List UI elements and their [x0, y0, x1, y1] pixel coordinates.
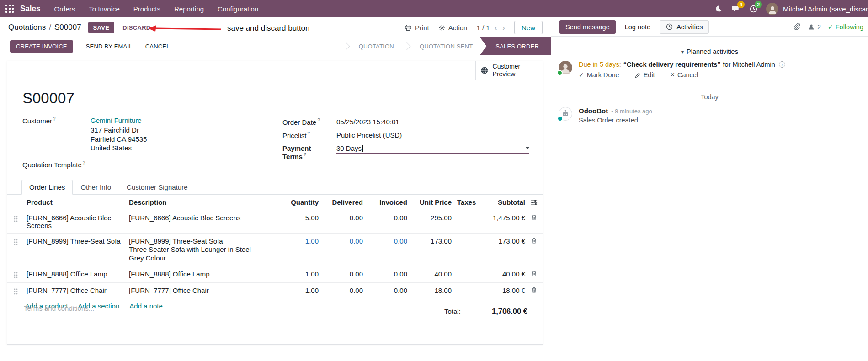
- cancel-button[interactable]: CANCEL: [145, 43, 170, 50]
- cell-delivered[interactable]: 0.00: [321, 266, 366, 283]
- cell-invoiced[interactable]: 0.00: [366, 266, 410, 283]
- info-icon[interactable]: i: [779, 61, 785, 68]
- cell-description[interactable]: [FURN_7777] Office Chair: [126, 283, 263, 299]
- cell-description[interactable]: [FURN_8888] Office Lamp: [126, 266, 263, 283]
- discard-button[interactable]: DISCARD: [122, 24, 150, 31]
- mark-done-button[interactable]: ✓Mark Done: [579, 71, 619, 79]
- drag-handle-icon[interactable]: [7, 283, 24, 299]
- stage-quotation[interactable]: QUOTATION: [351, 37, 401, 55]
- pager-previous-button[interactable]: ‹: [495, 23, 498, 32]
- cell-taxes[interactable]: [454, 283, 489, 299]
- message-author: OdooBot: [579, 107, 608, 115]
- cell-quantity[interactable]: 1.00: [263, 234, 321, 266]
- top-nav-bar: Sales Orders To Invoice Products Reporti…: [0, 0, 868, 17]
- cell-product[interactable]: [FURN_6666] Acoustic Bloc Screens: [24, 210, 126, 234]
- cell-delivered[interactable]: 0.00: [321, 283, 366, 299]
- new-button[interactable]: New: [514, 21, 543, 34]
- cell-subtotal: 1,475.00 €: [489, 210, 528, 234]
- cell-unit-price[interactable]: 295.00: [410, 210, 454, 234]
- activities-clock-icon[interactable]: 2: [749, 4, 758, 13]
- action-button[interactable]: Action: [438, 24, 468, 32]
- drag-handle-icon[interactable]: [7, 234, 24, 266]
- cell-description[interactable]: [FURN_8999] Three-Seat Sofa Three Seater…: [126, 234, 263, 266]
- cell-delivered[interactable]: 0.00: [321, 210, 366, 234]
- cell-taxes[interactable]: [454, 234, 489, 266]
- breadcrumb-quotations-link[interactable]: Quotations: [8, 23, 46, 32]
- dropdown-caret-icon[interactable]: [526, 147, 529, 149]
- menu-configuration[interactable]: Configuration: [218, 5, 258, 13]
- user-avatar[interactable]: [766, 3, 778, 15]
- stage-separator-chevron: [341, 37, 351, 55]
- cancel-activity-button[interactable]: ×Cancel: [671, 71, 698, 79]
- cell-invoiced[interactable]: 0.00: [366, 234, 410, 266]
- apps-grid-icon[interactable]: [5, 5, 14, 13]
- save-button[interactable]: SAVE: [88, 22, 115, 33]
- cell-subtotal: 18.00 €: [489, 283, 528, 299]
- globe-icon: [480, 66, 489, 75]
- pager-next-button[interactable]: ›: [502, 23, 505, 32]
- delete-line-button[interactable]: [528, 266, 543, 283]
- user-name[interactable]: Mitchell Admin (save_discar: [783, 5, 868, 13]
- app-name[interactable]: Sales: [20, 4, 40, 13]
- cell-description[interactable]: [FURN_6666] Acoustic Bloc Screens: [126, 210, 263, 234]
- tab-other-info[interactable]: Other Info: [73, 180, 119, 195]
- cell-product[interactable]: [FURN_8888] Office Lamp: [24, 266, 126, 283]
- cell-invoiced[interactable]: 0.00: [366, 283, 410, 299]
- cell-taxes[interactable]: [454, 210, 489, 234]
- sliders-icon: [531, 199, 538, 206]
- tab-order-lines[interactable]: Order Lines: [21, 180, 73, 195]
- cell-unit-price[interactable]: 173.00: [410, 234, 454, 266]
- statusbar: CREATE INVOICE SEND BY EMAIL CANCEL QUOT…: [0, 37, 551, 55]
- table-row: [FURN_6666] Acoustic Bloc Screens [FURN_…: [7, 210, 543, 234]
- dark-mode-moon-icon[interactable]: [714, 4, 723, 13]
- tab-customer-signature[interactable]: Customer Signature: [119, 180, 195, 195]
- cell-unit-price[interactable]: 18.00: [410, 283, 454, 299]
- cell-delivered[interactable]: 0.00: [321, 234, 366, 266]
- annotation-arrow: [148, 25, 224, 32]
- order-date-field[interactable]: 05/25/2023 15:40:01: [336, 118, 399, 126]
- menu-reporting[interactable]: Reporting: [174, 5, 204, 13]
- send-message-button[interactable]: Send message: [559, 20, 616, 34]
- drag-handle-icon[interactable]: [7, 210, 24, 234]
- delete-line-button[interactable]: [528, 234, 543, 266]
- planned-activities-toggle[interactable]: ▾Planned activities: [551, 48, 868, 55]
- cell-product[interactable]: [FURN_7777] Office Chair: [24, 283, 126, 299]
- menu-orders[interactable]: Orders: [54, 5, 75, 13]
- activity-type-badge: [557, 70, 563, 76]
- edit-activity-button[interactable]: Edit: [635, 71, 655, 79]
- cell-unit-price[interactable]: 40.00: [410, 266, 454, 283]
- paperclip-icon[interactable]: [793, 23, 801, 31]
- payment-terms-field[interactable]: 30 Days: [336, 144, 529, 154]
- cell-quantity[interactable]: 1.00: [263, 283, 321, 299]
- drag-handle-icon[interactable]: [7, 266, 24, 283]
- delete-line-button[interactable]: [528, 210, 543, 234]
- stage-quotation-sent[interactable]: QUOTATION SENT: [412, 37, 480, 55]
- create-invoice-button[interactable]: CREATE INVOICE: [10, 40, 73, 53]
- followers-icon: [808, 23, 815, 31]
- stage-sales-order[interactable]: SALES ORDER: [480, 37, 551, 55]
- add-a-note-link[interactable]: Add a note: [129, 302, 163, 310]
- activities-button[interactable]: Activities: [660, 20, 709, 34]
- delete-line-button[interactable]: [528, 283, 543, 299]
- menu-to-invoice[interactable]: To Invoice: [89, 5, 120, 13]
- customer-preview-button[interactable]: Customer Preview: [475, 61, 543, 80]
- cell-product[interactable]: [FURN_8999] Three-Seat Sofa: [24, 234, 126, 266]
- customer-name-link[interactable]: Gemini Furniture: [91, 117, 142, 125]
- check-icon: ✓: [579, 71, 584, 79]
- column-settings-button[interactable]: [528, 195, 543, 210]
- terms-and-conditions-placeholder[interactable]: Terms and conditions...: [24, 304, 94, 312]
- clock-icon: [666, 23, 673, 30]
- pricelist-field[interactable]: Public Pricelist (USD): [336, 131, 402, 139]
- cell-invoiced[interactable]: 0.00: [366, 210, 410, 234]
- cell-quantity[interactable]: 1.00: [263, 266, 321, 283]
- messages-icon[interactable]: 4: [731, 4, 740, 13]
- menu-products[interactable]: Products: [133, 5, 160, 13]
- cell-taxes[interactable]: [454, 266, 489, 283]
- print-button[interactable]: Print: [405, 24, 429, 32]
- following-button[interactable]: ✓ Following: [828, 23, 863, 31]
- cell-quantity[interactable]: 5.00: [263, 210, 321, 234]
- send-by-email-button[interactable]: SEND BY EMAIL: [86, 43, 133, 50]
- log-note-button[interactable]: Log note: [625, 23, 650, 31]
- followers-button[interactable]: 2: [808, 23, 821, 31]
- form-panel: Quotations / S00007 SAVE DISCARD save an…: [0, 17, 551, 361]
